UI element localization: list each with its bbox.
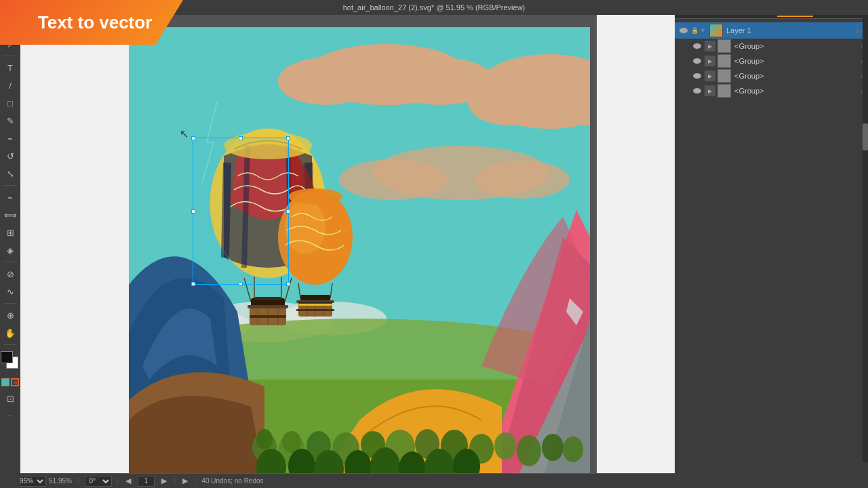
artwork-canvas[interactable]: ↖ [129,27,590,481]
color-swatch-area [1,351,20,375]
left-canvas-margin [20,15,129,483]
right-canvas-margin [597,15,675,483]
svg-rect-46 [254,297,281,300]
mesh-tool[interactable]: ⊞ [2,224,18,241]
group-2-name: <Group> [734,57,861,65]
left-toolbar: ↖ ↗ T / □ ✎ ⌁ ↺ ⤡ ⌁ ⟺ ⊞ ◈ ⊘ ∿ ⊕ ✋ ⊘ ⊡ ..… [0,15,20,488]
svg-point-40 [224,132,312,159]
scrollbar-thumb[interactable] [863,123,868,150]
canvas-area: ↖ [20,15,675,483]
next-artboard-button[interactable]: ▶ [160,476,168,485]
group-3-name: <Group> [734,72,861,80]
svg-point-6 [387,58,495,105]
group-1-visibility[interactable] [692,41,703,52]
layers-panel-content: 🔒 ▼ Layer 1 ○ ○ ▶ <Group> ○ ▶ [675,19,868,102]
svg-point-16 [256,429,273,449]
group-4-icon [717,84,731,98]
group-2-visibility[interactable] [692,56,703,66]
svg-point-8 [339,159,448,200]
pencil-tool[interactable]: ✎ [2,113,18,129]
group-1-name: <Group> [734,42,861,50]
svg-point-27 [517,435,541,466]
banner-text: Text to vector [31,12,153,33]
warp-tool[interactable]: ⌁ [2,189,18,205]
blend-tool[interactable]: ∿ [2,283,18,300]
more-tools[interactable]: ... [7,411,13,418]
svg-point-9 [475,161,570,199]
title-text: hot_air_balloon_27 (2).svg* @ 51.95 % (R… [343,3,526,12]
svg-point-26 [494,432,516,460]
svg-rect-64 [296,309,334,311]
rotation-select[interactable]: 0° [85,476,112,487]
layers-scrollbar[interactable] [863,15,868,462]
svg-rect-66 [298,302,332,304]
right-panel: Properties | Libraries | Layers ≡ 🔒 ▼ La… [675,0,868,488]
group-4-name: <Group> [734,87,861,95]
scale-tool[interactable]: ⤡ [2,165,18,182]
change-screen-mode[interactable]: ⊡ [2,390,18,407]
group-3[interactable]: ▶ <Group> ○ [675,68,868,83]
layer-1-thumb [709,24,723,37]
eyedropper-tool[interactable]: ⊘ [2,266,18,282]
layer-1-lock[interactable]: 🔒 [691,26,698,35]
foreground-color-swatch[interactable] [1,351,13,363]
group-4-thumb: ▶ [705,85,715,96]
svg-rect-52 [250,315,286,318]
svg-point-28 [542,434,564,461]
group-3-visibility[interactable] [692,70,703,81]
group-2[interactable]: ▶ <Group> ○ [675,54,868,68]
group-4[interactable]: ▶ <Group> ○ [675,83,868,98]
svg-point-29 [563,436,583,462]
group-1-icon [717,39,731,53]
hand-tool[interactable]: ✋ [2,325,18,341]
svg-point-5 [278,58,373,105]
color-mode-buttons: ⊘ [1,378,19,386]
group-3-icon [717,69,731,83]
layer-1-options[interactable]: ○ [855,27,859,35]
svg-rect-48 [248,305,288,308]
group-1-thumb: ▶ [705,41,715,52]
group-2-thumb: ▶ [705,56,715,66]
artboard-input[interactable] [138,476,155,487]
line-tool[interactable]: / [2,77,18,94]
play-button[interactable]: ▶ [181,476,189,485]
shape-builder-tool[interactable]: ◈ [2,242,18,258]
prev-artboard-button[interactable]: ◀ [124,476,132,485]
group-4-visibility[interactable] [692,85,703,96]
rectangle-tool[interactable]: □ [2,95,18,111]
svg-point-55 [288,188,342,205]
stroke-color[interactable]: ⊘ [11,378,19,386]
group-3-thumb: ▶ [705,70,715,81]
width-tool[interactable]: ⟺ [2,207,18,223]
undo-status: 40 Undos; no Redos [201,477,263,485]
zoom-tool[interactable]: ⊕ [2,307,18,323]
status-bar: 51.95% 51.95% | 0° | ◀ ▶ | ▶ | 40 Undos;… [0,473,675,488]
layer-1[interactable]: 🔒 ▼ Layer 1 ○ ○ [675,22,868,39]
layer-1-expand[interactable]: ▼ [700,27,708,34]
layer-1-name: Layer 1 [726,26,852,35]
group-2-icon [717,54,731,68]
brush-tool[interactable]: ⌁ [2,130,18,146]
group-1[interactable]: ▶ <Group> ○ [675,39,868,54]
fill-color[interactable] [1,378,9,386]
banner: Text to vector [0,0,183,45]
rotate-tool[interactable]: ↺ [2,148,18,164]
layer-1-visibility[interactable] [678,25,689,36]
type-tool[interactable]: T [2,60,18,76]
zoom-value: 51.95% [49,477,72,485]
